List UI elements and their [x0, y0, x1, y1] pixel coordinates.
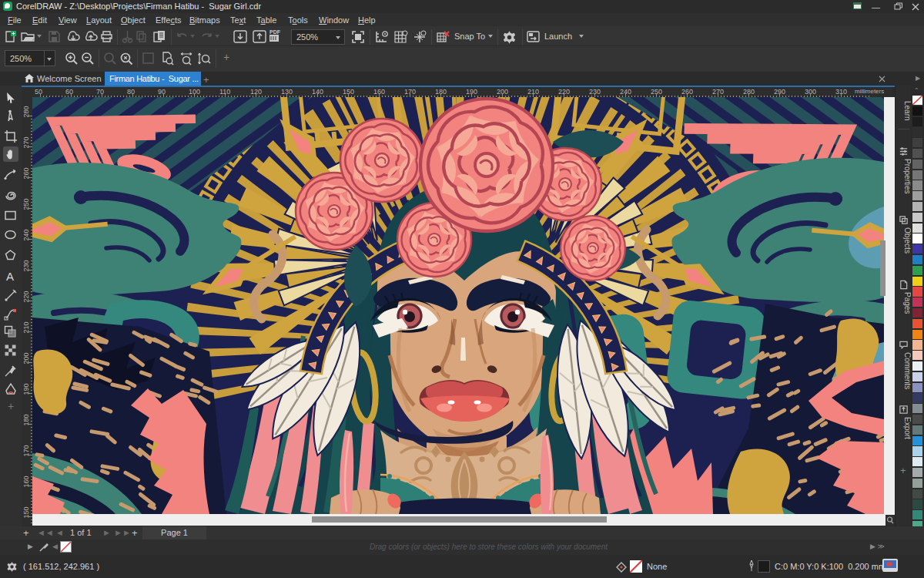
svg-text:A: A [6, 270, 14, 283]
